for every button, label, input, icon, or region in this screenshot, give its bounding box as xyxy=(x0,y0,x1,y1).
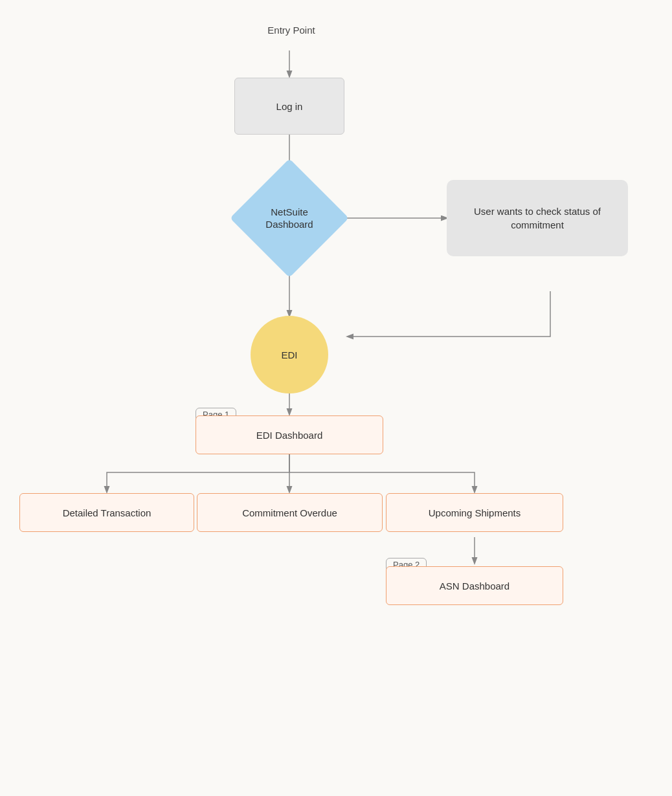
commitment-overdue-node: Commitment Overdue xyxy=(197,493,383,532)
diagram-container: Entry Point Log in NetSuiteDashboard Use… xyxy=(0,0,672,796)
user-note-box: User wants to check status of commitment xyxy=(447,180,628,256)
edi-dashboard-node: EDI Dashboard xyxy=(196,415,383,454)
netsuite-diamond xyxy=(230,159,349,278)
entry-point-label: Entry Point xyxy=(246,25,337,36)
netsuite-diamond-wrapper: NetSuiteDashboard xyxy=(234,170,344,267)
edi-node: EDI xyxy=(251,316,328,393)
login-node: Log in xyxy=(234,78,344,135)
user-note-text: User wants to check status of commitment xyxy=(460,205,615,232)
upcoming-shipments-node: Upcoming Shipments xyxy=(386,493,563,532)
detailed-transaction-node: Detailed Transaction xyxy=(19,493,194,532)
asn-dashboard-node: ASN Dashboard xyxy=(386,566,563,605)
